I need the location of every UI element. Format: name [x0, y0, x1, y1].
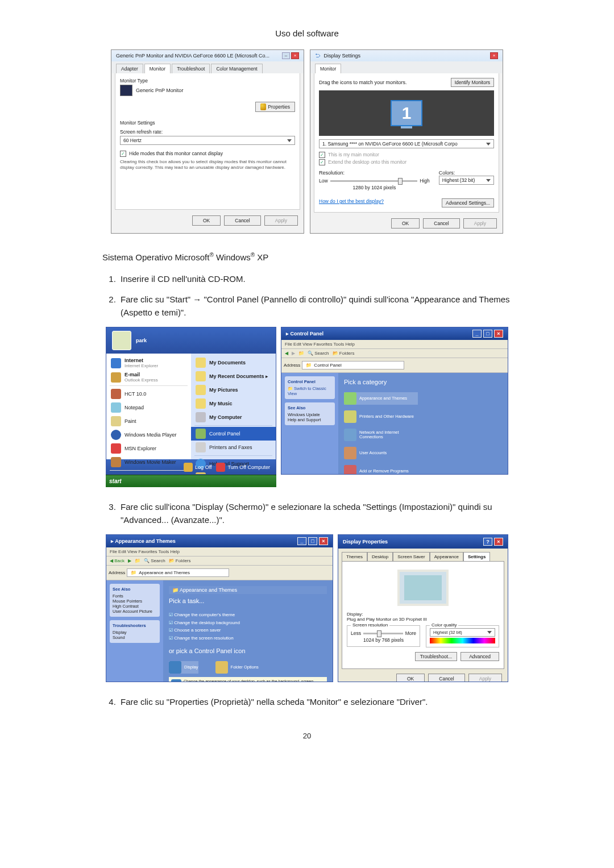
ok-button[interactable]: OK	[396, 674, 425, 682]
start-item-msn[interactable]: MSN Explorer	[106, 442, 191, 455]
at-icon-display[interactable]: Display	[169, 661, 198, 674]
dp-tab-settings[interactable]: Settings	[463, 552, 491, 561]
dp-troubleshoot-button[interactable]: Troubleshoot...	[415, 652, 457, 661]
start-item-controlpanel[interactable]: Control Panel	[191, 427, 276, 441]
minimize-icon[interactable]: –	[282, 52, 290, 59]
minimize-icon[interactable]: _	[472, 330, 482, 338]
search-icon[interactable]: 🔍 Search	[308, 351, 329, 356]
help-icon[interactable]: ?	[483, 538, 492, 546]
at-see-contrast[interactable]: High Contrast	[113, 604, 157, 609]
taskbar-start[interactable]: start	[106, 475, 276, 487]
cp-switch-view[interactable]: 📁 Switch to Classic View	[288, 386, 332, 396]
extend-desktop-checkbox[interactable]: ✓	[319, 159, 325, 165]
start-item-notepad[interactable]: Notepad	[106, 401, 191, 414]
cp-address-bar[interactable]: 📁 Control Panel	[302, 361, 404, 369]
resolution-slider[interactable]	[330, 180, 418, 182]
hide-modes-checkbox[interactable]: ✓	[120, 151, 126, 157]
colors-select[interactable]: Highest (32 bit)	[439, 176, 494, 185]
at-task-theme[interactable]: Change the computer's theme	[169, 611, 327, 619]
folder-up-icon[interactable]: 📁	[298, 351, 304, 356]
back-icon[interactable]: ⮌	[315, 53, 320, 59]
ok-button[interactable]: OK	[192, 215, 221, 226]
at-task-res[interactable]: Change the screen resolution	[169, 634, 327, 642]
tab-monitor-ds[interactable]: Monitor	[315, 64, 341, 73]
tab-monitor[interactable]: Monitor	[144, 64, 171, 73]
dp-tab-desktop[interactable]: Desktop	[367, 552, 393, 561]
maximize-icon[interactable]: □	[483, 330, 492, 338]
apply-button[interactable]: Apply	[463, 218, 497, 229]
monitor-arrangement-area[interactable]: 1	[319, 90, 494, 136]
apply-button[interactable]: Apply	[468, 674, 502, 682]
main-monitor-checkbox[interactable]: ✓	[319, 152, 325, 158]
start-item-pics[interactable]: My Pictures	[191, 383, 276, 397]
start-item-mydocs[interactable]: My Documents	[191, 356, 276, 369]
cancel-button[interactable]: Cancel	[423, 218, 459, 229]
tab-color-mgmt[interactable]: Color Management	[211, 64, 262, 73]
apply-button[interactable]: Apply	[264, 215, 298, 226]
start-item-email[interactable]: E-mailOutlook Express	[106, 370, 191, 384]
close-icon[interactable]: ×	[490, 52, 498, 59]
start-item-paint[interactable]: Paint	[106, 414, 191, 428]
at-see-ua[interactable]: User Account Picture	[113, 609, 157, 614]
cancel-button[interactable]: Cancel	[428, 674, 464, 682]
close-icon[interactable]: ×	[494, 330, 503, 338]
start-item-printers[interactable]: Printers and Faxes	[191, 441, 276, 454]
search-icon[interactable]: 🔍 Search	[144, 558, 165, 563]
at-ts-sound[interactable]: Sound	[113, 635, 157, 640]
cp-cat-appearance[interactable]: Appearance and Themes	[344, 392, 418, 405]
at-task-ss[interactable]: Choose a screen saver	[169, 626, 327, 634]
cancel-button[interactable]: Cancel	[224, 215, 260, 226]
at-task-bg[interactable]: Change the desktop background	[169, 619, 327, 627]
start-item-mycomputer[interactable]: My Computer	[191, 410, 276, 424]
tab-troubleshoot[interactable]: Troubleshoot	[172, 64, 210, 73]
dp-color-select[interactable]: Highest (32 bit)	[430, 628, 495, 637]
close-icon[interactable]: ×	[291, 52, 299, 59]
at-address-bar[interactable]: 📁 Appearance and Themes	[127, 568, 229, 577]
advanced-settings-button[interactable]: Advanced Settings...	[442, 198, 494, 207]
cp-cat-users[interactable]: User Accounts	[344, 447, 418, 459]
start-item-moviemaker[interactable]: Windows Movie Maker	[106, 455, 191, 469]
start-item-recent[interactable]: My Recent Documents ▸	[191, 369, 276, 383]
dp-advanced-button[interactable]: Advanced	[460, 652, 499, 661]
best-display-link[interactable]: How do I get the best display?	[319, 198, 384, 207]
ok-button[interactable]: OK	[391, 218, 420, 229]
properties-button[interactable]: Properties	[255, 102, 295, 112]
folder-up-icon[interactable]: 📁	[135, 558, 140, 563]
close-icon[interactable]: ×	[494, 538, 503, 546]
start-item-wmp[interactable]: Windows Media Player	[106, 428, 191, 442]
cp-cat-network[interactable]: Network and Internet Connections	[344, 429, 418, 441]
dp-tab-appearance[interactable]: Appearance	[430, 552, 463, 561]
refresh-rate-select[interactable]: 60 Hertz	[120, 136, 295, 145]
back-icon[interactable]: ◀	[285, 351, 288, 356]
cp-see-update[interactable]: Windows Update	[288, 412, 332, 417]
dp-resolution-slider[interactable]	[363, 633, 403, 634]
monitor-1-icon[interactable]: 1	[391, 100, 422, 126]
at-icon-folder[interactable]: Folder Options	[215, 661, 259, 674]
forward-icon[interactable]: ▶	[128, 558, 131, 563]
at-menubar[interactable]: File Edit View Favorites Tools Help	[106, 547, 333, 556]
cp-see-help[interactable]: Help and Support	[288, 417, 332, 422]
cp-cat-printers[interactable]: Printers and Other Hardware	[344, 410, 418, 423]
cp-cat-addremove[interactable]: Add or Remove Programs	[344, 465, 418, 475]
at-ts-display[interactable]: Display	[113, 630, 157, 635]
maximize-icon[interactable]: □	[308, 537, 317, 545]
logoff-button[interactable]: Log Off	[184, 463, 211, 472]
start-item-hct[interactable]: HCT 10.0	[106, 387, 191, 401]
start-item-internet[interactable]: InternetInternet Explorer	[106, 356, 191, 370]
at-see-fonts[interactable]: Fonts	[113, 593, 157, 599]
start-item-music[interactable]: My Music	[191, 397, 276, 410]
minimize-icon[interactable]: _	[297, 537, 306, 545]
folders-icon[interactable]: 📂 Folders	[333, 351, 355, 356]
close-icon[interactable]: ×	[319, 537, 328, 545]
turnoff-button[interactable]: Turn Off Computer	[216, 463, 270, 472]
forward-icon[interactable]: ▶	[292, 351, 295, 356]
identify-monitors-button[interactable]: Identify Monitors	[451, 78, 494, 87]
tab-adapter[interactable]: Adapter	[116, 64, 143, 73]
at-see-mouse[interactable]: Mouse Pointers	[113, 599, 157, 604]
cp-menubar[interactable]: File Edit View Favorites Tools Help	[281, 340, 508, 349]
monitor-select[interactable]: 1. Samsung **** on NVIDIA GeForce 6600 L…	[319, 139, 494, 148]
dp-tab-themes[interactable]: Themes	[342, 552, 367, 561]
dp-tab-ss[interactable]: Screen Saver	[393, 552, 429, 561]
folders-icon[interactable]: 📂 Folders	[169, 558, 191, 563]
back-icon[interactable]: ◀ Back	[110, 558, 125, 563]
